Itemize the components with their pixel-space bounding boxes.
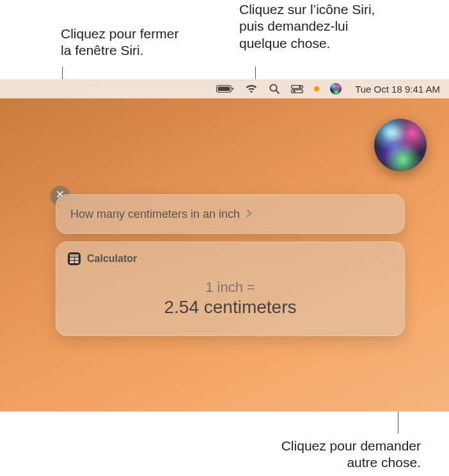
siri-query-text: How many centimeters in an inch <box>70 208 240 221</box>
svg-point-6 <box>299 86 301 88</box>
siri-orb-button[interactable] <box>374 119 427 171</box>
svg-point-8 <box>293 90 295 93</box>
calculator-icon <box>68 252 81 265</box>
svg-rect-2 <box>232 88 233 90</box>
menubar: Tue Oct 18 9:41 AM <box>0 79 449 98</box>
battery-icon[interactable] <box>216 84 234 93</box>
svg-line-4 <box>276 91 280 94</box>
callout-siri-icon-text: Cliquez sur l’icône Siri, puis demandez-… <box>239 1 375 52</box>
desktop-wallpaper: Tue Oct 18 9:41 AM How many centimeters … <box>0 79 449 411</box>
conversion-to: 2.54 centimeters <box>68 297 393 318</box>
callout-close-text: Cliquez pour fermer la fenêtre Siri. <box>61 26 178 59</box>
status-dot-icon <box>314 86 319 91</box>
menubar-datetime[interactable]: Tue Oct 18 9:41 AM <box>352 84 440 95</box>
result-app-name: Calculator <box>87 253 137 265</box>
svg-rect-1 <box>218 87 230 91</box>
chevron-right-icon <box>246 208 252 221</box>
conversion-result: 1 inch = 2.54 centimeters <box>68 279 393 318</box>
callout-ask-again-text: Cliquez pour demander autre chose. <box>281 438 421 472</box>
result-header: Calculator <box>68 252 393 265</box>
siri-result-card: Calculator 1 inch = 2.54 centimeters <box>56 242 405 336</box>
siri-query-card[interactable]: How many centimeters in an inch <box>56 194 405 234</box>
siri-panel: How many centimeters in an inch Calculat… <box>56 194 405 336</box>
wifi-icon[interactable] <box>245 84 258 94</box>
spotlight-icon[interactable] <box>269 83 280 95</box>
control-center-icon[interactable] <box>291 85 303 93</box>
siri-menubar-icon[interactable] <box>330 83 342 95</box>
conversion-from: 1 inch = <box>68 279 393 296</box>
